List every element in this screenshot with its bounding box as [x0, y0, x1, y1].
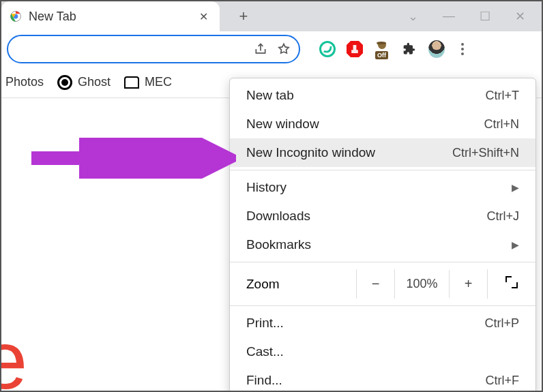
menu-separator	[230, 170, 535, 170]
menu-incognito[interactable]: New Incognito window Ctrl+Shift+N	[230, 138, 535, 167]
tab-title: New Tab	[29, 10, 190, 24]
menu-history[interactable]: History ▶	[230, 173, 535, 202]
menu-kebab-icon[interactable]	[456, 40, 469, 58]
zoom-out-button[interactable]: −	[357, 269, 395, 299]
menu-shortcut: Ctrl+J	[486, 209, 519, 224]
bookmark-star-icon[interactable]	[277, 42, 291, 56]
adblock-icon[interactable]	[347, 41, 363, 57]
menu-shortcut: Ctrl+P	[484, 316, 519, 331]
window-controls: ⌄ — ☐ ✕	[408, 9, 542, 24]
menu-label: Find...	[246, 373, 282, 388]
browser-tab[interactable]: New Tab ✕	[1, 1, 220, 31]
menu-label: Downloads	[246, 209, 310, 224]
zoom-in-button[interactable]: +	[450, 269, 488, 299]
menu-shortcut: Ctrl+N	[484, 117, 519, 132]
toolbar: Off	[1, 31, 542, 67]
mec-icon	[124, 76, 139, 89]
profile-avatar[interactable]	[428, 41, 445, 57]
menu-shortcut: Ctrl+Shift+N	[452, 146, 519, 160]
grammarly-icon[interactable]	[319, 41, 336, 57]
extension-icons: Off	[319, 40, 469, 58]
menu-new-window[interactable]: New window Ctrl+N	[230, 110, 535, 138]
bookmark-photos[interactable]: Photos	[5, 75, 44, 89]
bookmark-ghost[interactable]: Ghost	[57, 75, 111, 90]
chrome-menu: New tab Ctrl+T New window Ctrl+N New Inc…	[229, 78, 536, 392]
share-icon[interactable]	[254, 42, 267, 56]
zoom-label: Zoom	[246, 277, 356, 292]
menu-separator	[230, 262, 535, 262]
dropdown-caret-icon[interactable]: ⌄	[408, 9, 418, 24]
bookmark-mec[interactable]: MEC	[124, 75, 172, 89]
menu-label: History	[246, 180, 287, 195]
fullscreen-icon	[505, 276, 518, 288]
menu-shortcut: Ctrl+F	[486, 374, 520, 388]
menu-label: New tab	[246, 88, 294, 103]
menu-cast[interactable]: Cast...	[230, 337, 535, 366]
minimize-icon[interactable]: —	[443, 9, 455, 24]
chevron-right-icon: ▶	[512, 239, 519, 250]
zoom-controls: − 100% +	[356, 269, 535, 299]
maximize-icon[interactable]: ☐	[480, 9, 490, 24]
buydetect-icon[interactable]: Off	[374, 42, 390, 57]
google-logo: gle	[0, 313, 23, 392]
bookmark-label: Photos	[5, 75, 44, 89]
ghost-icon	[57, 75, 72, 90]
address-bar[interactable]	[7, 35, 300, 63]
tab-strip: New Tab ✕ + ⌄ — ☐ ✕	[1, 1, 542, 31]
zoom-value: 100%	[395, 270, 450, 298]
close-window-icon[interactable]: ✕	[515, 9, 525, 24]
menu-separator	[230, 305, 535, 306]
chevron-right-icon: ▶	[512, 182, 519, 193]
extensions-puzzle-icon[interactable]	[401, 41, 417, 57]
menu-new-tab[interactable]: New tab Ctrl+T	[230, 81, 535, 110]
fullscreen-button[interactable]	[488, 269, 535, 299]
menu-label: Bookmarks	[246, 237, 311, 252]
off-badge: Off	[375, 51, 388, 59]
menu-zoom: Zoom − 100% +	[230, 265, 535, 303]
menu-shortcut: Ctrl+T	[486, 89, 520, 103]
menu-bookmarks[interactable]: Bookmarks ▶	[230, 230, 535, 259]
menu-label: Cast...	[246, 344, 284, 359]
menu-label: New Incognito window	[246, 145, 375, 160]
close-tab-icon[interactable]: ✕	[196, 10, 210, 23]
new-tab-button[interactable]: +	[233, 7, 254, 25]
menu-find[interactable]: Find... Ctrl+F	[230, 366, 535, 392]
menu-print[interactable]: Print... Ctrl+P	[230, 309, 535, 337]
menu-label: New window	[246, 117, 319, 132]
svg-point-2	[377, 42, 386, 44]
menu-label: Print...	[246, 316, 284, 331]
chrome-icon	[10, 10, 22, 22]
bookmark-label: MEC	[145, 75, 172, 89]
bookmark-label: Ghost	[78, 75, 111, 89]
menu-downloads[interactable]: Downloads Ctrl+J	[230, 202, 535, 230]
